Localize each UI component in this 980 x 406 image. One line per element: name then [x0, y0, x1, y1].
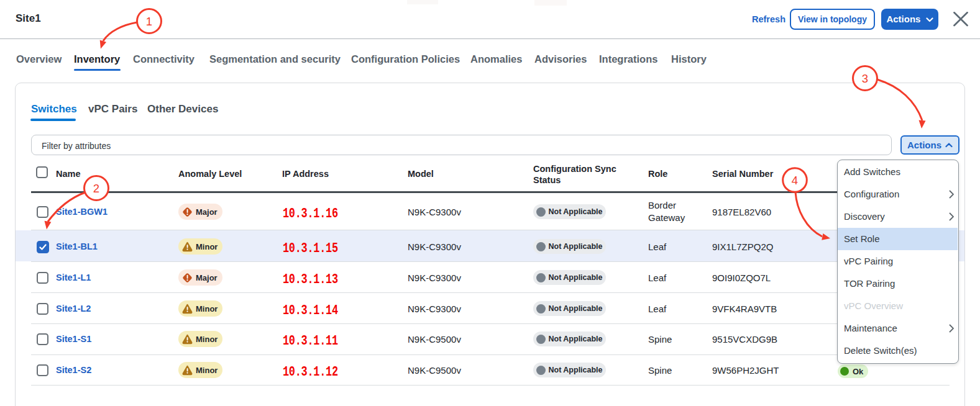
- svg-text:1: 1: [146, 15, 152, 28]
